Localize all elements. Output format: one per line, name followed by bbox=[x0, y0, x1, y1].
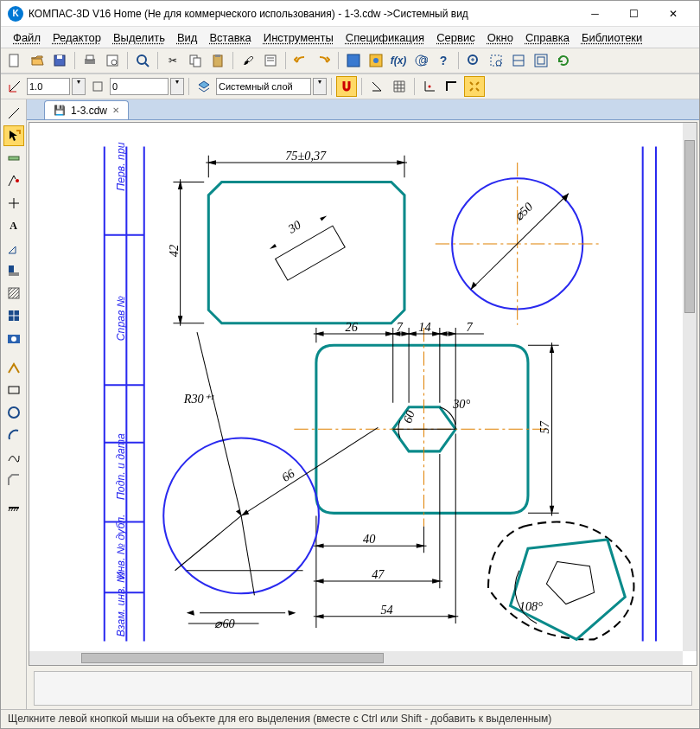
window-controls: ─ ☐ ✕ bbox=[576, 2, 692, 26]
horizontal-scrollbar[interactable] bbox=[29, 651, 683, 665]
variables-icon[interactable]: f(x) bbox=[388, 50, 409, 71]
menu-view[interactable]: Вид bbox=[172, 29, 203, 46]
svg-text:Инв. № дубл.: Инв. № дубл. bbox=[115, 515, 127, 579]
svg-point-25 bbox=[496, 61, 501, 66]
status-bar: Щелкните левой кнопкой мыши на объекте д… bbox=[1, 709, 699, 728]
close-button[interactable]: ✕ bbox=[653, 2, 692, 26]
layers-icon[interactable] bbox=[194, 76, 214, 97]
scroll-thumb[interactable] bbox=[684, 140, 695, 313]
vertical-scrollbar[interactable] bbox=[683, 123, 697, 651]
document-icon: 💾 bbox=[54, 105, 66, 116]
step-combo[interactable] bbox=[110, 78, 169, 95]
menu-service[interactable]: Сервис bbox=[431, 29, 480, 46]
layer-dropdown[interactable]: ▾ bbox=[313, 78, 327, 95]
chamfer-icon[interactable] bbox=[3, 470, 24, 490]
svg-text:⌀60: ⌀60 bbox=[214, 617, 234, 630]
ground-icon[interactable] bbox=[3, 499, 24, 520]
properties-icon[interactable] bbox=[260, 50, 281, 71]
menu-spec[interactable]: Спецификация bbox=[340, 29, 430, 46]
arc-icon[interactable] bbox=[3, 425, 24, 445]
angle-icon[interactable] bbox=[366, 76, 387, 97]
menu-editor[interactable]: Редактор bbox=[48, 29, 106, 46]
geometry-icon[interactable] bbox=[3, 103, 24, 124]
rect-icon[interactable] bbox=[3, 380, 24, 400]
drawing-canvas[interactable]: Перв. при Справ № Подп. и дата Инв. № ду… bbox=[29, 122, 697, 666]
svg-text:Взам. инв. №: Взам. инв. № bbox=[115, 572, 127, 637]
notation-icon[interactable] bbox=[3, 170, 24, 191]
manager-yellow-icon[interactable] bbox=[366, 50, 386, 71]
layer-combo[interactable] bbox=[216, 78, 311, 95]
minimize-button[interactable]: ─ bbox=[576, 2, 614, 26]
save-icon[interactable] bbox=[49, 50, 70, 71]
print-icon[interactable] bbox=[80, 50, 100, 71]
menu-select[interactable]: Выделить bbox=[108, 29, 170, 46]
auto-line-icon[interactable] bbox=[3, 357, 24, 378]
maximize-button[interactable]: ☐ bbox=[614, 2, 653, 26]
zoom-window-icon[interactable] bbox=[486, 50, 506, 71]
zoom-in-icon[interactable] bbox=[463, 50, 484, 71]
dimensions-icon[interactable] bbox=[3, 148, 24, 169]
svg-text:@: @ bbox=[418, 54, 428, 67]
refresh-icon[interactable] bbox=[553, 50, 574, 71]
svg-text:30: 30 bbox=[285, 218, 303, 236]
edit-icon[interactable] bbox=[3, 193, 24, 214]
svg-point-34 bbox=[429, 86, 431, 88]
cut-icon[interactable]: ✂ bbox=[162, 50, 183, 71]
scroll-thumb[interactable] bbox=[81, 653, 384, 663]
app-icon: K bbox=[8, 6, 23, 22]
parametrize-icon[interactable] bbox=[3, 238, 24, 259]
camera-icon[interactable] bbox=[3, 328, 24, 349]
zoom-fit-icon[interactable] bbox=[508, 50, 529, 71]
cursor-step-icon[interactable] bbox=[4, 76, 25, 97]
tab-close-icon[interactable]: ✕ bbox=[112, 106, 119, 115]
property-panel[interactable] bbox=[34, 671, 692, 706]
menu-file[interactable]: Файл bbox=[8, 29, 46, 46]
content-area: 💾 1-3.cdw ✕ bbox=[27, 99, 699, 709]
svg-rect-29 bbox=[538, 57, 544, 64]
svg-rect-16 bbox=[347, 54, 360, 67]
menu-tools[interactable]: Инструменты bbox=[258, 29, 339, 46]
coord-icon[interactable] bbox=[419, 76, 440, 97]
svg-line-35 bbox=[9, 108, 19, 118]
undo-icon[interactable] bbox=[290, 50, 311, 71]
line-weight-combo[interactable] bbox=[27, 78, 70, 95]
svg-text:14: 14 bbox=[418, 320, 430, 334]
help-icon[interactable]: ? bbox=[433, 50, 454, 71]
spline-icon[interactable] bbox=[3, 447, 24, 468]
brush-icon[interactable]: 🖌 bbox=[238, 50, 258, 71]
menu-help[interactable]: Справка bbox=[520, 29, 575, 46]
ortho-icon[interactable] bbox=[442, 76, 462, 97]
state-icon[interactable] bbox=[87, 76, 108, 97]
round-icon[interactable] bbox=[464, 76, 485, 97]
copy-icon[interactable] bbox=[185, 50, 206, 71]
svg-text:26: 26 bbox=[346, 320, 359, 334]
hatch-icon[interactable] bbox=[3, 283, 24, 304]
zoom-all-icon[interactable] bbox=[531, 50, 551, 71]
hyperlink-icon[interactable]: @ bbox=[410, 50, 431, 71]
svg-point-47 bbox=[11, 336, 16, 342]
text-icon[interactable]: A bbox=[3, 215, 24, 236]
paste-icon[interactable] bbox=[207, 50, 228, 71]
measure-icon[interactable] bbox=[3, 260, 24, 281]
line-weight-dropdown[interactable]: ▾ bbox=[72, 78, 86, 95]
menu-libraries[interactable]: Библиотеки bbox=[576, 29, 647, 46]
redo-icon[interactable] bbox=[313, 50, 334, 71]
tab-document[interactable]: 💾 1-3.cdw ✕ bbox=[44, 100, 129, 119]
zoom-icon[interactable] bbox=[132, 50, 153, 71]
svg-line-118 bbox=[241, 515, 254, 595]
table-icon[interactable] bbox=[3, 305, 24, 326]
snap-toggle[interactable] bbox=[336, 76, 357, 97]
menu-window[interactable]: Окно bbox=[482, 29, 519, 46]
open-icon[interactable] bbox=[27, 50, 48, 71]
menu-insert[interactable]: Вставка bbox=[204, 29, 256, 46]
svg-text:57: 57 bbox=[538, 420, 551, 433]
step-dropdown[interactable]: ▾ bbox=[170, 78, 184, 95]
svg-text:75±0,37: 75±0,37 bbox=[285, 149, 327, 163]
manager-blue-icon[interactable] bbox=[343, 50, 364, 71]
svg-rect-28 bbox=[535, 54, 547, 67]
circle-tool-icon[interactable] bbox=[3, 402, 24, 423]
preview-icon[interactable] bbox=[102, 50, 123, 71]
new-icon[interactable] bbox=[4, 50, 25, 71]
select-tool-icon[interactable] bbox=[3, 125, 24, 146]
grid-icon[interactable] bbox=[389, 76, 410, 97]
